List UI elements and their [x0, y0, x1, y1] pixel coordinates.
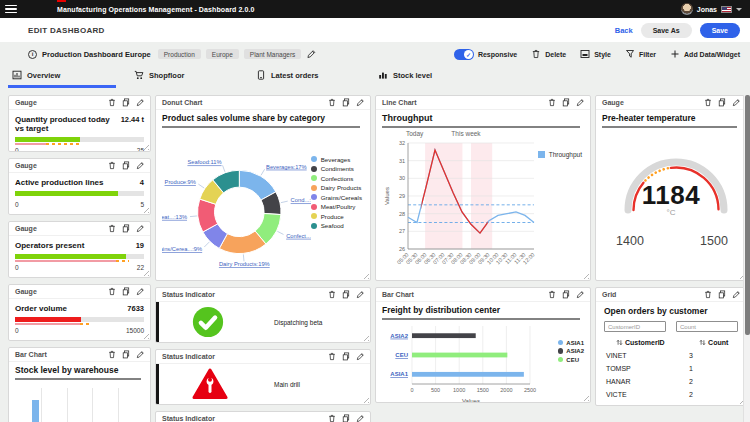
delete-widget-icon[interactable] [328, 352, 336, 361]
avatar[interactable] [681, 3, 693, 15]
legend-item[interactable]: ASIA2 [558, 348, 584, 354]
category-label-asia2[interactable]: ASIA2 [390, 332, 408, 338]
delete-widget-icon[interactable] [704, 290, 712, 299]
menu-icon[interactable] [0, 0, 22, 18]
edit-widget-icon[interactable] [356, 414, 364, 422]
delete-widget-icon[interactable] [328, 98, 336, 107]
stock-bar[interactable] [32, 400, 39, 422]
donut-slice-label[interactable]: Meat...:13% [162, 213, 187, 219]
column-header-count[interactable]: Count [687, 336, 738, 349]
donut-slice-label[interactable]: Confect...:13% [286, 232, 311, 238]
duplicate-widget-icon[interactable] [122, 98, 130, 107]
legend-item[interactable]: Grains/Cereals [311, 194, 362, 201]
add-data-widget-button[interactable]: Add Data/Widget [670, 49, 740, 59]
legend-item[interactable]: Condiments [311, 165, 362, 172]
legend-item[interactable]: ASIA1 [558, 340, 584, 346]
legend-item[interactable]: Seafood [311, 222, 362, 229]
delete-dashboard-button[interactable]: Delete [531, 49, 566, 59]
tab-latest-orders[interactable]: Latest orders [252, 64, 374, 88]
duplicate-widget-icon[interactable] [122, 224, 130, 233]
vertical-scrollbar[interactable] [743, 95, 750, 422]
line-tab-this-week[interactable]: This week [451, 130, 480, 137]
edit-widget-icon[interactable] [356, 290, 364, 299]
donut-slice-label[interactable]: Beverages:17% [266, 163, 307, 169]
back-button[interactable]: Back [615, 26, 633, 35]
duplicate-widget-icon[interactable] [122, 161, 130, 170]
table-row[interactable]: HANAR2 [604, 375, 738, 388]
delete-widget-icon[interactable] [328, 290, 336, 299]
gauge-limit-line [15, 323, 144, 325]
duplicate-widget-icon[interactable] [342, 352, 350, 361]
style-button[interactable]: Style [580, 49, 611, 59]
duplicate-widget-icon[interactable] [342, 98, 350, 107]
duplicate-widget-icon[interactable] [122, 350, 130, 359]
line-tab-today[interactable]: Today [406, 130, 423, 137]
filter-customerid-input[interactable] [604, 321, 666, 332]
delete-widget-icon[interactable] [108, 224, 116, 233]
bar-asia2[interactable] [412, 333, 476, 338]
responsive-toggle[interactable]: Responsive [454, 49, 517, 60]
edit-widget-icon[interactable] [136, 98, 144, 107]
edit-widget-icon[interactable] [576, 290, 584, 299]
legend-item[interactable]: Dairy Products [311, 184, 362, 191]
filter-count-input[interactable] [676, 321, 738, 332]
edit-dashboard-name-icon[interactable] [306, 49, 316, 59]
filter-button[interactable]: Filter [625, 49, 656, 59]
legend-item[interactable]: Meat/Poultry [311, 203, 362, 210]
category-label-ceu[interactable]: CEU [395, 352, 408, 358]
category-label-asia1[interactable]: ASIA1 [390, 371, 408, 377]
donut-slice-label[interactable]: Dairy Products:19% [219, 261, 270, 267]
tab-shopfloor[interactable]: Shopfloor [130, 64, 252, 88]
chevron-down-icon[interactable] [736, 8, 742, 11]
toggle-on-icon[interactable] [454, 49, 474, 60]
edit-widget-icon[interactable] [136, 224, 144, 233]
edit-widget-icon[interactable] [136, 161, 144, 170]
delete-widget-icon[interactable] [108, 161, 116, 170]
donut-slice-label[interactable]: Produce:9% [165, 179, 196, 185]
duplicate-widget-icon[interactable] [342, 414, 350, 422]
duplicate-widget-icon[interactable] [122, 287, 130, 296]
edit-widget-icon[interactable] [576, 98, 584, 107]
edit-widget-icon[interactable] [732, 98, 740, 107]
delete-widget-icon[interactable] [108, 287, 116, 296]
edit-widget-icon[interactable] [356, 98, 364, 107]
delete-widget-icon[interactable] [108, 98, 116, 107]
user-name[interactable]: Jonas [697, 6, 717, 13]
table-row[interactable]: VINET3 [604, 349, 738, 362]
duplicate-widget-icon[interactable] [562, 98, 570, 107]
delete-widget-icon[interactable] [548, 98, 556, 107]
line-legend[interactable]: Throughput [538, 151, 582, 158]
edit-widget-icon[interactable] [356, 352, 364, 361]
duplicate-widget-icon[interactable] [718, 290, 726, 299]
delete-widget-icon[interactable] [548, 290, 556, 299]
bar-ceu[interactable] [412, 352, 507, 357]
legend-item[interactable]: Produce [311, 213, 362, 220]
legend-dot [558, 348, 564, 354]
legend-item[interactable]: Beverages [311, 156, 362, 163]
scrollbar-thumb[interactable] [745, 95, 750, 335]
tab-overview[interactable]: Overview [8, 64, 130, 88]
edit-widget-icon[interactable] [136, 287, 144, 296]
donut-slice-label[interactable]: Seafood:11% [187, 159, 221, 165]
duplicate-widget-icon[interactable] [562, 290, 570, 299]
duplicate-widget-icon[interactable] [718, 98, 726, 107]
donut-slice-label[interactable]: Grains/Cerea...:9% [162, 246, 202, 252]
save-as-button[interactable]: Save As [641, 23, 692, 38]
donut-slice-label[interactable]: Cond...:9% [291, 197, 311, 203]
language-flag-icon[interactable] [721, 6, 732, 13]
save-button[interactable]: Save [700, 23, 740, 38]
tab-stock-level[interactable]: Stock level [374, 64, 496, 88]
duplicate-widget-icon[interactable] [342, 290, 350, 299]
column-header-customerid[interactable]: CustomerID [604, 336, 687, 349]
table-row[interactable]: TOMSP1 [604, 362, 738, 375]
bar-asia1[interactable] [412, 371, 524, 376]
legend-item[interactable]: CEU [558, 357, 584, 363]
info-icon[interactable] [28, 50, 37, 59]
delete-widget-icon[interactable] [108, 350, 116, 359]
delete-widget-icon[interactable] [328, 414, 336, 422]
table-row[interactable]: VICTE2 [604, 388, 738, 401]
edit-widget-icon[interactable] [732, 290, 740, 299]
legend-item[interactable]: Confections [311, 175, 362, 182]
delete-widget-icon[interactable] [704, 98, 712, 107]
edit-widget-icon[interactable] [136, 350, 144, 359]
